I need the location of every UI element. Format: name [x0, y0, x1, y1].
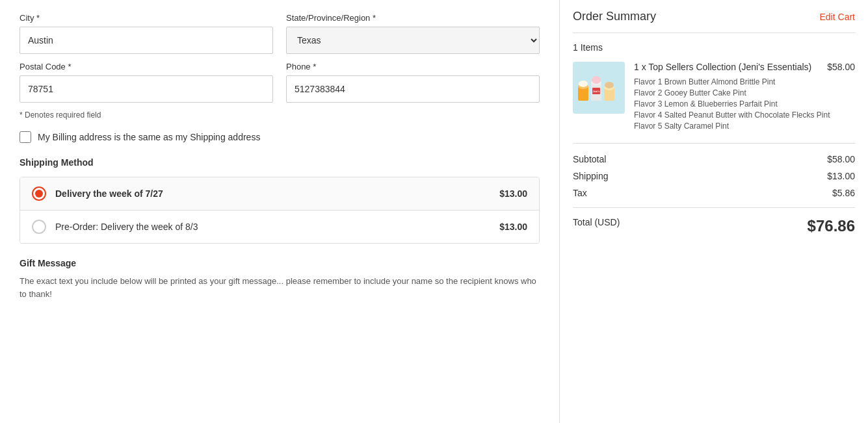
- subtotal-label: Subtotal: [573, 154, 606, 164]
- item-price-1: $58.00: [827, 62, 855, 72]
- svg-text:Jeni's: Jeni's: [592, 90, 600, 93]
- item-flavor-2: Flavor 2 Gooey Butter Cake Pint: [634, 88, 855, 97]
- city-label: City *: [20, 13, 273, 23]
- item-flavor-5: Flavor 5 Salty Caramel Pint: [634, 122, 855, 131]
- shipping-option-2-label: Pre-Order: Delivery the week of 8/3: [55, 222, 499, 232]
- shipping-option-1-label: Delivery the week of 7/27: [55, 188, 499, 199]
- item-details-1: 1 x Top Sellers Collection (Jeni's Essen…: [634, 62, 855, 133]
- item-flavor-4: Flavor 4 Salted Peanut Butter with Choco…: [634, 110, 855, 120]
- item-name-1: 1 x Top Sellers Collection (Jeni's Essen…: [634, 62, 827, 72]
- svg-point-11: [605, 82, 614, 88]
- radio-option-2: [32, 220, 46, 234]
- city-input[interactable]: [20, 27, 273, 54]
- item-name-row-1: 1 x Top Sellers Collection (Jeni's Essen…: [634, 62, 855, 72]
- right-panel: Order Summary Edit Cart 1 Items: [559, 0, 868, 423]
- postal-input[interactable]: [20, 75, 273, 103]
- city-group: City *: [20, 13, 273, 54]
- city-state-row: City * State/Province/Region * Texas Ala…: [20, 13, 540, 54]
- billing-checkbox[interactable]: [20, 131, 31, 143]
- svg-point-3: [579, 81, 588, 87]
- required-note: * Denotes required field: [20, 110, 540, 120]
- shipping-option-1-price: $13.00: [499, 188, 527, 199]
- items-count: 1 Items: [573, 42, 855, 53]
- order-item-1: Jeni's 1 x Top Sellers Collection (Jeni'…: [573, 62, 855, 144]
- state-label: State/Province/Region *: [286, 13, 540, 23]
- subtotal-value: $58.00: [827, 154, 855, 164]
- page-layout: City * State/Province/Region * Texas Ala…: [0, 0, 868, 423]
- phone-label: Phone *: [286, 62, 540, 71]
- order-totals: Subtotal $58.00 Shipping $13.00 Tax $5.8…: [573, 154, 855, 235]
- billing-checkbox-row: My Billing address is the same as my Shi…: [20, 131, 540, 143]
- radio-option-1: [32, 186, 46, 201]
- billing-checkbox-label: My Billing address is the same as my Shi…: [38, 132, 260, 142]
- state-group: State/Province/Region * Texas Alabama Al…: [286, 13, 540, 54]
- edit-cart-link[interactable]: Edit Cart: [820, 12, 855, 22]
- subtotal-row: Subtotal $58.00: [573, 154, 855, 164]
- item-flavor-1: Flavor 1 Brown Butter Almond Brittle Pin…: [634, 77, 855, 86]
- shipping-option-1[interactable]: Delivery the week of 7/27 $13.00: [20, 177, 539, 211]
- shipping-method-title: Shipping Method: [20, 157, 540, 168]
- tax-value: $5.86: [832, 188, 855, 198]
- total-value: $76.86: [808, 217, 855, 235]
- order-summary-header: Order Summary Edit Cart: [573, 10, 855, 33]
- postal-phone-row: Postal Code * Phone *: [20, 62, 540, 103]
- total-label: Total (USD): [573, 217, 620, 235]
- state-select[interactable]: Texas Alabama Alaska Arizona California …: [286, 27, 540, 54]
- shipping-option-2-price: $13.00: [499, 222, 527, 232]
- phone-group: Phone *: [286, 62, 540, 103]
- shipping-option-2[interactable]: Pre-Order: Delivery the week of 8/3 $13.…: [20, 211, 539, 243]
- tax-label: Tax: [573, 188, 587, 198]
- postal-group: Postal Code *: [20, 62, 273, 103]
- svg-point-6: [592, 76, 601, 84]
- grand-total-row: Total (USD) $76.86: [573, 207, 855, 235]
- gift-message-title: Gift Message: [20, 258, 540, 268]
- left-panel: City * State/Province/Region * Texas Ala…: [0, 0, 559, 423]
- shipping-value: $13.00: [827, 171, 855, 181]
- postal-label: Postal Code *: [20, 62, 273, 71]
- radio-inner-1: [35, 190, 43, 198]
- phone-input[interactable]: [286, 75, 540, 103]
- shipping-label: Shipping: [573, 171, 609, 181]
- tax-row: Tax $5.86: [573, 188, 855, 198]
- gift-message-note: The exact text you include below will be…: [20, 275, 540, 300]
- shipping-options: Delivery the week of 7/27 $13.00 Pre-Ord…: [20, 177, 540, 244]
- order-summary-title: Order Summary: [573, 10, 656, 23]
- item-image-1: Jeni's: [573, 62, 625, 114]
- item-flavor-3: Flavor 3 Lemon & Blueberries Parfait Pin…: [634, 99, 855, 109]
- shipping-row: Shipping $13.00: [573, 171, 855, 181]
